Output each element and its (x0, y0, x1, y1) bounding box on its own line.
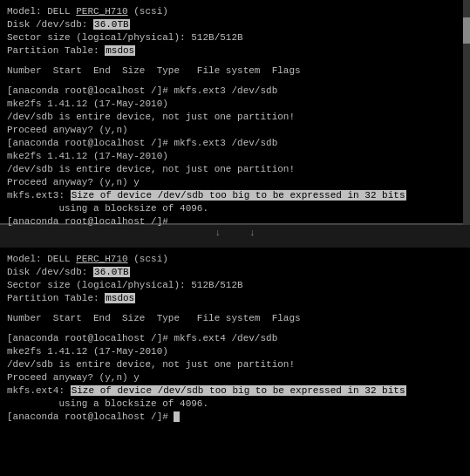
empty-4 (7, 325, 463, 332)
line-proceed1-1: Proceed anyway? (y,n) (7, 124, 463, 137)
line-model-1: Model: DELL PERC_H710 (scsi) (7, 5, 463, 18)
empty-3 (7, 305, 463, 312)
terminal-cursor (174, 411, 180, 422)
terminal-container: Model: DELL PERC_H710 (scsi) Disk /dev/s… (0, 0, 470, 476)
disk-size-highlight-2: 36.0TB (93, 267, 130, 277)
terminal-panel-2: Model: DELL PERC_H710 (scsi) Disk /dev/s… (0, 248, 470, 476)
line-disk-2: Disk /dev/sdb: 36.0TB (7, 266, 463, 279)
line-proceed1-2: Proceed anyway? (y,n) y (7, 371, 463, 384)
line-warning-1: mkfs.ext3: Size of device /dev/sdb too b… (7, 189, 463, 202)
line-mke2-1: mke2fs 1.41.12 (17-May-2010) (7, 150, 463, 163)
line-cmd2-1: [anaconda root@localhost /]# mkfs.ext3 /… (7, 137, 463, 150)
scrollbar-thumb-1[interactable] (463, 17, 470, 44)
line-entire1-2: /dev/sdb is entire device, not just one … (7, 358, 463, 371)
line-prompt-end-2: [anaconda root@localhost /]# (7, 411, 463, 424)
line-cmd1-1: [anaconda root@localhost /]# mkfs.ext3 /… (7, 85, 463, 98)
line-entire2-1: /dev/sdb is entire device, not just one … (7, 163, 463, 176)
line-model-2: Model: DELL PERC_H710 (scsi) (7, 253, 463, 266)
separator-arrow-2: ↓ (249, 228, 255, 238)
scrollbar-1[interactable] (463, 0, 470, 225)
line-disk-1: Disk /dev/sdb: 36.0TB (7, 18, 463, 31)
partition-table-highlight-2: msdos (105, 293, 135, 303)
disk-size-highlight-1: 36.0TB (93, 19, 130, 30)
line-mke1-1: mke2fs 1.41.12 (17-May-2010) (7, 98, 463, 111)
line-blocksize-1: using a blocksize of 4096. (7, 202, 463, 215)
line-prompt-end-1: [anaconda root@localhost /]# (7, 215, 463, 228)
line-blocksize-2: using a blocksize of 4096. (7, 398, 463, 411)
line-mke1-2: mke2fs 1.41.12 (17-May-2010) (7, 345, 463, 358)
warning-highlight-1: Size of device /dev/sdb too big to be ex… (71, 190, 406, 201)
line-warning-2: mkfs.ext4: Size of device /dev/sdb too b… (7, 384, 463, 398)
empty-2 (7, 78, 463, 85)
line-columns-1: Number Start End Size Type File system F… (7, 65, 463, 78)
line-sector-2: Sector size (logical/physical): 512B/512… (7, 279, 463, 292)
line-sector-1: Sector size (logical/physical): 512B/512… (7, 31, 463, 44)
line-proceed2-1: Proceed anyway? (y,n) y (7, 176, 463, 189)
line-partition-2: Partition Table: msdos (7, 292, 463, 305)
line-partition-1: Partition Table: msdos (7, 44, 463, 58)
line-columns-2: Number Start End Size Type File system F… (7, 312, 463, 325)
line-cmd1-2: [anaconda root@localhost /]# mkfs.ext4 /… (7, 332, 463, 345)
line-entire1-1: /dev/sdb is entire device, not just one … (7, 111, 463, 124)
separator-arrow-1: ↓ (215, 228, 221, 238)
partition-table-highlight-1: msdos (105, 45, 135, 56)
empty-1 (7, 58, 463, 65)
warning-highlight-2: Size of device /dev/sdb too big to be ex… (71, 385, 406, 396)
terminal-panel-1: Model: DELL PERC_H710 (scsi) Disk /dev/s… (0, 0, 470, 225)
